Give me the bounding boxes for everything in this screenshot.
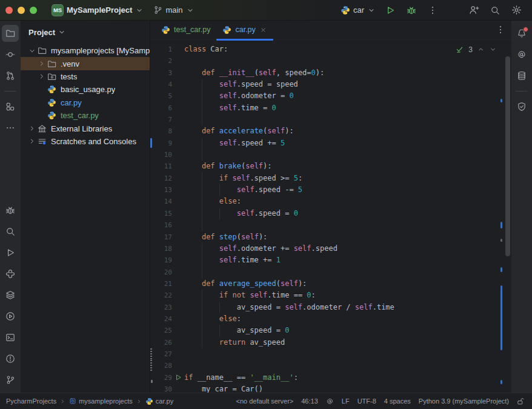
code-line-13[interactable]: 13 self.speed -= 5 [150, 184, 511, 196]
chevron-right-icon[interactable] [36, 72, 47, 81]
run-tool-icon[interactable] [2, 244, 19, 261]
code-editor[interactable]: 1class Car:23 def __init__(self, speed=0… [150, 40, 511, 393]
line-number[interactable]: 24 [150, 313, 172, 325]
run-configuration-selector[interactable]: car [341, 5, 376, 15]
python-console-tool-icon[interactable] [2, 265, 19, 282]
code-line-30[interactable]: 30 my_car = Car() [150, 384, 511, 393]
tree-item-scratches-and-consoles[interactable]: Scratches and Consoles [21, 135, 150, 148]
ai-status-icon[interactable] [326, 397, 334, 405]
code-line-14[interactable]: 14 else: [150, 196, 511, 207]
code-line-26[interactable]: 26 return av_speed [150, 337, 511, 348]
line-number[interactable]: 7 [150, 114, 172, 125]
code-line-21[interactable]: 21 def average_speed(self): [150, 278, 511, 290]
code-line-19[interactable]: 19 self.time += 1 [150, 254, 511, 266]
code-line-27[interactable]: 27 [150, 348, 511, 360]
code-line-24[interactable]: 24 else: [150, 313, 511, 325]
code-line-6[interactable]: 6 self.time = 0 [150, 102, 511, 114]
code-line-17[interactable]: 17 def step(self): [150, 231, 511, 243]
settings-button[interactable] [508, 2, 525, 19]
line-number[interactable]: 9 [150, 138, 172, 149]
breadcrumb-module[interactable]: mysampleprojects [69, 397, 133, 405]
line-number[interactable]: 14 [150, 196, 172, 207]
code-line-23[interactable]: 23 av_speed = self.odometer / self.time [150, 302, 511, 313]
python-packages-tool-icon[interactable] [2, 287, 19, 304]
code-line-20[interactable]: 20 [150, 267, 511, 278]
code-line-9[interactable]: 9 self.speed += 5 [150, 138, 511, 149]
tree-item-tests[interactable]: tests [21, 70, 150, 83]
ai-assistant-icon[interactable] [513, 46, 530, 63]
code-line-25[interactable]: 25 av_speed = 0 [150, 325, 511, 336]
code-line-4[interactable]: 4 self.speed = speed [150, 79, 511, 90]
code-line-29[interactable]: 29if __name__ == '__main__': [150, 372, 511, 384]
line-number[interactable]: 1 [150, 44, 172, 55]
more-tool-windows-icon[interactable] [2, 119, 19, 136]
find-tool-icon[interactable] [2, 223, 19, 240]
debug-button[interactable] [403, 2, 420, 19]
terminal-tool-icon[interactable] [2, 329, 19, 346]
line-number[interactable]: 18 [150, 243, 172, 254]
zoom-window-button[interactable] [30, 7, 37, 14]
default-server-status[interactable]: <no default server> [236, 397, 293, 405]
tree-item-basic-usage-py[interactable]: basic_usage.py [21, 83, 150, 96]
prev-problem-icon[interactable] [477, 45, 485, 53]
branch-widget[interactable]: main [153, 5, 194, 15]
run-line-button[interactable] [175, 374, 182, 381]
code-line-28[interactable]: 28 [150, 360, 511, 371]
line-number[interactable]: 28 [150, 360, 172, 371]
code-line-11[interactable]: 11 def brake(self): [150, 161, 511, 172]
readonly-toggle-icon[interactable] [517, 397, 525, 405]
line-number[interactable]: 21 [150, 278, 172, 290]
code-with-me-button[interactable] [465, 2, 482, 19]
line-number[interactable]: 8 [150, 125, 172, 137]
code-line-16[interactable]: 16 [150, 219, 511, 231]
tab-options-button[interactable] [496, 25, 505, 35]
chevron-right-icon[interactable] [27, 124, 38, 133]
project-tool-icon[interactable] [2, 25, 19, 42]
line-number[interactable]: 16 [150, 219, 172, 231]
commit-tool-icon[interactable] [2, 46, 19, 63]
more-actions-button[interactable] [424, 2, 441, 19]
editor-scrollbar[interactable] [505, 56, 510, 256]
project-widget[interactable]: MS MySampleProject [52, 4, 144, 16]
code-line-18[interactable]: 18 self.odometer += self.speed [150, 243, 511, 254]
database-icon[interactable] [513, 67, 530, 84]
line-number[interactable]: 20 [150, 267, 172, 278]
line-number[interactable]: 6 [150, 102, 172, 114]
code-line-10[interactable]: 10 [150, 149, 511, 161]
line-number[interactable]: 11 [150, 161, 172, 172]
structure-tool-icon[interactable] [2, 98, 19, 115]
run-button[interactable] [382, 2, 399, 19]
chevron-down-icon[interactable] [27, 47, 38, 55]
line-number[interactable]: 29 [150, 372, 172, 384]
code-line-2[interactable]: 2 [150, 55, 511, 67]
editor-tab-test-car-py[interactable]: test_car.py [155, 20, 216, 40]
minimize-window-button[interactable] [18, 7, 25, 14]
tree-item-external-libraries[interactable]: External Libraries [21, 122, 150, 135]
caret-position[interactable]: 46:13 [301, 397, 318, 405]
notifications-icon[interactable] [513, 25, 530, 42]
debug-tool-icon[interactable] [2, 202, 19, 219]
next-problem-icon[interactable] [489, 45, 497, 53]
line-number[interactable]: 27 [150, 348, 172, 360]
services-tool-icon[interactable] [2, 308, 19, 325]
chevron-right-icon[interactable] [36, 59, 47, 68]
line-number[interactable]: 25 [150, 325, 172, 336]
code-line-15[interactable]: 15 self.speed = 0 [150, 208, 511, 219]
line-number[interactable]: 19 [150, 254, 172, 266]
problems-tool-icon[interactable] [2, 350, 19, 367]
tree-item-test-car-py[interactable]: test_car.py [21, 109, 150, 122]
code-line-8[interactable]: 8 def accelerate(self): [150, 125, 511, 137]
breadcrumb-file[interactable]: car.py [145, 397, 173, 405]
line-number[interactable]: 12 [150, 173, 172, 184]
line-number[interactable]: 17 [150, 231, 172, 243]
coverage-shield-icon[interactable] [513, 98, 530, 115]
code-line-3[interactable]: 3 def __init__(self, speed=0): [150, 67, 511, 79]
indent-style[interactable]: 4 spaces [384, 397, 411, 405]
tree-item-car-py[interactable]: car.py [21, 96, 150, 109]
chevron-right-icon[interactable] [27, 137, 38, 145]
line-number[interactable]: 22 [150, 290, 172, 301]
line-number[interactable]: 10 [150, 149, 172, 161]
close-window-button[interactable] [5, 7, 13, 14]
line-number[interactable]: 26 [150, 337, 172, 348]
version-control-tool-icon[interactable] [2, 371, 19, 388]
